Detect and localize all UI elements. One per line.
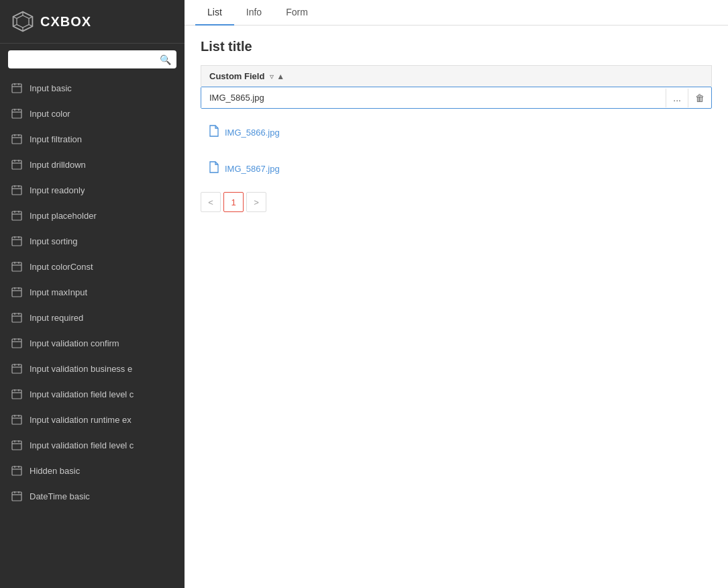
nav-item-label: Input sorting [30,236,78,246]
calendar-icon [11,362,23,375]
tab-list[interactable]: List [195,0,234,26]
nav-item-label: Input validation confirm [30,338,119,348]
nav-item-label: Input basic [30,83,72,93]
calendar-icon [11,158,23,170]
sidebar-item-input-filtration[interactable]: Input filtration [0,126,185,152]
sidebar-nav: Input basic Input color Input filtration [0,75,185,588]
sidebar-item-input-maxinput[interactable]: Input maxInput [0,279,185,305]
main-content: ListInfoForm List title Custom Field ▿ ▲… [185,0,728,588]
calendar-icon [11,464,23,477]
sidebar-item-hidden-basic[interactable]: Hidden basic [0,458,185,483]
content-area: List title Custom Field ▿ ▲ ... 🗑 I [185,26,728,588]
file-link-row[interactable]: IMG_5866.jpg [201,119,712,145]
logo-icon [11,9,35,34]
sidebar: CXBOX 🔍 Input basic I [0,0,185,588]
nav-item-label: Input validation field level c [30,440,134,450]
file-icon [209,125,219,140]
calendar-icon [11,209,23,222]
sidebar-item-input-validation-field-2[interactable]: Input validation field level c [0,432,185,458]
column-header-label: Custom Field [209,71,264,81]
next-page-button[interactable]: > [246,192,266,212]
nav-item-label: Input validation runtime ex [30,415,132,425]
prev-page-button[interactable]: < [201,192,221,212]
sidebar-item-input-validation-field-1[interactable]: Input validation field level c [0,381,185,407]
svg-rect-32 [12,237,21,246]
pagination: < 1 > [201,192,712,212]
nav-item-label: Input validation business e [30,364,132,374]
list-header: Custom Field ▿ ▲ [201,65,712,87]
svg-rect-16 [12,135,21,144]
svg-rect-64 [12,441,21,450]
sidebar-item-datetime-basic[interactable]: DateTime basic [0,483,185,509]
sidebar-item-input-basic[interactable]: Input basic [0,75,185,101]
svg-rect-56 [12,390,21,399]
svg-rect-20 [12,160,21,169]
nav-item-label: Input validation field level c [30,389,134,399]
nav-item-label: Input required [30,313,83,323]
calendar-icon [11,133,23,145]
calendar-icon [11,388,23,400]
sidebar-item-input-color[interactable]: Input color [0,101,185,126]
file-name-input[interactable] [201,87,666,108]
nav-item-label: DateTime basic [30,491,90,501]
sidebar-logo: CXBOX [0,0,185,44]
sidebar-item-input-readonly[interactable]: Input readonly [0,177,185,203]
sidebar-item-input-required[interactable]: Input required [0,305,185,330]
sidebar-item-input-placeholder[interactable]: Input placeholder [0,203,185,228]
svg-rect-52 [12,364,21,373]
file-row-actions: ... 🗑 [666,89,711,107]
svg-rect-40 [12,288,21,297]
calendar-icon [11,490,23,502]
nav-item-label: Hidden basic [30,466,80,476]
svg-rect-8 [12,84,21,93]
file-row-edit: ... 🗑 [201,87,712,109]
calendar-icon [11,311,23,324]
sidebar-item-input-drilldown[interactable]: Input drilldown [0,152,185,177]
calendar-icon [11,184,23,196]
sidebar-item-input-colorconst[interactable]: Input colorConst [0,254,185,279]
sidebar-item-input-sorting[interactable]: Input sorting [0,228,185,254]
file-link-text[interactable]: IMG_5866.jpg [225,128,280,138]
calendar-icon [11,235,23,247]
nav-item-label: Input drilldown [30,160,86,170]
tab-form[interactable]: Form [274,0,320,26]
svg-rect-12 [12,109,21,118]
calendar-icon [11,260,23,273]
tab-info[interactable]: Info [234,0,274,26]
svg-rect-24 [12,186,21,195]
calendar-icon [11,286,23,298]
file-delete-button[interactable]: 🗑 [688,89,711,107]
calendar-icon [11,337,23,349]
file-link-row[interactable]: IMG_5867.jpg [201,156,712,181]
search-input[interactable] [8,50,176,68]
file-more-button[interactable]: ... [666,89,688,107]
nav-item-label: Input readonly [30,185,85,195]
current-page-button[interactable]: 1 [223,192,244,212]
file-icon [209,161,219,176]
file-link-text[interactable]: IMG_5867.jpg [225,164,280,174]
sidebar-item-input-validation-confirm[interactable]: Input validation confirm [0,330,185,356]
sort-icon[interactable]: ▲ [276,72,284,81]
svg-rect-72 [12,492,21,501]
sidebar-search-container: 🔍 [0,44,185,75]
file-links-list: IMG_5866.jpg IMG_5867.jpg [201,119,712,181]
tabs-bar: ListInfoForm [185,0,728,26]
svg-rect-44 [12,313,21,322]
page-title: List title [201,39,712,54]
calendar-icon [11,107,23,119]
svg-rect-68 [12,467,21,475]
calendar-icon [11,413,23,426]
nav-item-label: Input maxInput [30,287,87,297]
svg-rect-36 [12,262,21,271]
nav-item-label: Input color [30,109,70,119]
sidebar-item-input-validation-business[interactable]: Input validation business e [0,356,185,381]
filter-icon[interactable]: ▿ [270,72,274,81]
svg-rect-28 [12,211,21,220]
svg-rect-48 [12,339,21,348]
sidebar-item-input-validation-runtime[interactable]: Input validation runtime ex [0,407,185,432]
nav-item-label: Input filtration [30,134,82,144]
calendar-icon [11,439,23,451]
calendar-icon [11,82,23,94]
svg-rect-60 [12,415,21,424]
search-icon: 🔍 [160,54,171,65]
